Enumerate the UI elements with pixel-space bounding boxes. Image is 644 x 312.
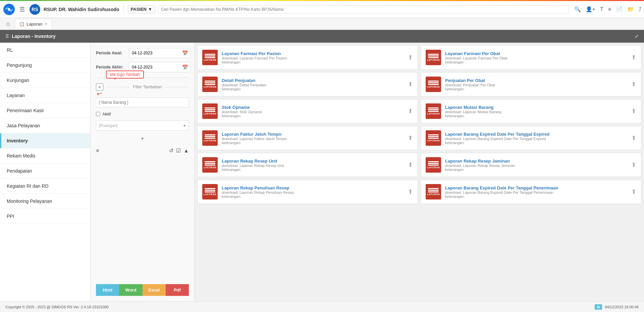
tab-close-button[interactable]: ✕: [45, 22, 48, 26]
list-icon[interactable]: ≡: [608, 6, 611, 12]
sidebar-item-pengunjung[interactable]: Pengunjung: [0, 58, 90, 73]
periode-awal-field[interactable]: [132, 51, 182, 55]
report-icon-10: LAPORAN: [202, 184, 218, 199]
report-title-1: Layanan Farmasi Per Obat: [445, 51, 627, 56]
report-title-8: Laporan Rekap Resep Unit: [222, 159, 404, 164]
calendar-icon-akhir[interactable]: 📅: [182, 64, 188, 70]
report-info-10: Laporan Rekap Penulisan Resep download: …: [222, 185, 404, 198]
periode-awal-input[interactable]: 📅: [129, 48, 191, 58]
report-download-button-3[interactable]: ⬆: [631, 81, 636, 88]
sidebar-item-kegiatan-ri-rd[interactable]: Kegiatan RI dan RD: [0, 179, 90, 194]
report-download-10: download: Laporan Rekap Penulisan Resep: [222, 190, 404, 194]
report-title-7: Laporan Barang Expired Date Per Tanggal …: [445, 132, 627, 137]
hospital-name: RSUP. DR. Wahidin Sudirohusodo: [44, 7, 119, 12]
report-download-button-2[interactable]: ⬆: [408, 81, 413, 88]
sidebar-label-pengunjung: Pengunjung: [7, 62, 32, 68]
folder-icon[interactable]: 📁: [627, 6, 634, 12]
report-info-1: Layanan Farmasi Per Obat download: Layan…: [445, 51, 627, 64]
search-box[interactable]: [158, 5, 569, 13]
report-card-11[interactable]: LAPORAN Laporan Barang Expired Date Per …: [421, 180, 641, 204]
report-download-button-11[interactable]: ⬆: [631, 188, 636, 195]
report-title-9: Laporan Rekap Resep Jaminan: [445, 159, 627, 164]
report-title-11: Laporan Barang Expired Date Per Tanggal …: [445, 185, 627, 190]
filter-tambahan-line2: [164, 87, 189, 87]
report-download-8: download: Laporan Rekap Resep Unit: [222, 164, 404, 168]
report-download-button-0[interactable]: ⬆: [408, 54, 413, 61]
report-download-button-1[interactable]: ⬆: [631, 54, 636, 61]
report-download-button-6[interactable]: ⬆: [408, 134, 413, 142]
report-card-8[interactable]: LAPORAN Laporan Rekap Resep Unit downloa…: [197, 153, 418, 177]
sidebar-item-jasa-pelayanan[interactable]: Jasa Pelayanan: [0, 118, 90, 133]
hamburger-menu-icon[interactable]: ☰: [18, 4, 26, 14]
sidebar-item-kunjungan[interactable]: Kunjungan: [0, 73, 90, 88]
logout-icon[interactable]: ⤴: [639, 6, 641, 12]
app-logo: [3, 3, 15, 16]
periode-akhir-field[interactable]: [132, 65, 182, 70]
report-download-button-7[interactable]: ⬆: [631, 134, 636, 142]
pasien-selector[interactable]: PASIEN ▼: [128, 5, 155, 13]
home-tab-button[interactable]: ⌂: [3, 18, 13, 29]
report-icon-3: LAPORAN: [426, 77, 441, 92]
report-card-7[interactable]: LAPORAN Laporan Barang Expired Date Per …: [421, 126, 641, 150]
icon-bar: [205, 190, 215, 191]
sidebar-item-rl[interactable]: RL: [0, 43, 90, 58]
export-excel-button[interactable]: Excel: [143, 284, 166, 296]
sidebar-item-layanan[interactable]: Layanan: [0, 88, 90, 103]
periode-awal-label: Periode Awal:: [96, 51, 126, 55]
filter-check-icon[interactable]: ☑: [176, 147, 181, 154]
report-card-4[interactable]: LAPORAN Stok Opname download: Stok Opnam…: [197, 99, 418, 123]
export-word-button[interactable]: Word: [119, 284, 142, 296]
icon-label: LAPORAN: [204, 113, 216, 115]
filter-actions: ≡ ↺ ☑ ▲: [96, 147, 189, 154]
icon-bar: [205, 138, 215, 139]
report-card-2[interactable]: LAPORAN Detail Penjualan download: Detai…: [197, 72, 418, 96]
report-keterangan-10: keterangan:: [222, 194, 404, 198]
sidebar-label-layanan: Layanan: [7, 93, 25, 98]
sidebar-item-monitoring-pelayanan[interactable]: Monitoring Pelayanan: [0, 194, 90, 209]
file-icon[interactable]: 📄: [616, 6, 623, 12]
report-download-button-10[interactable]: ⬆: [408, 188, 413, 195]
export-pdf-button[interactable]: Pdf: [166, 284, 189, 296]
sidebar-item-pendapatan[interactable]: Pendapatan: [0, 164, 90, 179]
report-info-2: Detail Penjualan download: Detail Penjua…: [222, 78, 404, 91]
report-card-0[interactable]: LAPORAN Layanan Farmasi Per Pasien downl…: [197, 45, 418, 70]
add-user-icon[interactable]: 👤+: [586, 6, 595, 12]
search-icon[interactable]: 🔍: [574, 6, 581, 12]
report-download-button-8[interactable]: ⬆: [408, 161, 413, 169]
sidebar-item-ppi[interactable]: PPI: [0, 209, 90, 224]
export-html-button[interactable]: Html: [96, 284, 119, 296]
periode-akhir-label: Periode Akhir:: [96, 65, 126, 70]
sidebar-label-rl: RL: [7, 47, 13, 53]
report-download-button-5[interactable]: ⬆: [631, 107, 636, 115]
filter-list-icon[interactable]: ≡: [96, 148, 99, 154]
sidebar-label-rekam-medis: Rekam Medis: [7, 153, 36, 159]
report-card-1[interactable]: LAPORAN Layanan Farmasi Per Obat downloa…: [421, 45, 641, 70]
report-card-5[interactable]: LAPORAN Laporan Mutasi Barang download: …: [421, 99, 641, 123]
icon-bar: [205, 57, 215, 58]
report-keterangan-3: keterangan:: [445, 87, 627, 91]
report-download-button-4[interactable]: ⬆: [408, 107, 413, 115]
report-card-9[interactable]: LAPORAN Laporan Rekap Resep Jaminan down…: [421, 153, 641, 177]
sidebar-item-rekam-medis[interactable]: Rekam Medis: [0, 148, 90, 164]
icon-bar: [428, 134, 439, 135]
nama-barang-input[interactable]: [96, 97, 189, 107]
report-card-10[interactable]: LAPORAN Laporan Rekap Penulisan Resep do…: [197, 180, 418, 204]
report-download-11: download: Laporan Barang Expired Date Pe…: [445, 190, 627, 194]
icon-bar: [428, 191, 439, 192]
search-input[interactable]: [161, 7, 566, 12]
report-card-3[interactable]: LAPORAN Penjualan Per Obat download: Pen…: [421, 72, 641, 96]
section-menu-icon[interactable]: ☰: [5, 34, 9, 39]
sidebar-item-inventory[interactable]: Inventory: [0, 133, 90, 148]
filter-reset-icon[interactable]: ↺: [169, 147, 173, 154]
section-expand-icon[interactable]: ⤢: [635, 34, 639, 39]
filter-up-icon[interactable]: ▲: [183, 148, 189, 154]
laporan-tab[interactable]: 📋 Laporan ✕: [15, 19, 52, 29]
aktif-checkbox[interactable]: [96, 112, 100, 116]
sidebar-item-penerimaan-kasir[interactable]: Penerimaan Kasir: [0, 103, 90, 118]
report-card-6[interactable]: LAPORAN Laporan Faktur Jatuh Tempo downl…: [197, 126, 418, 150]
report-keterangan-2: keterangan:: [222, 87, 404, 91]
text-icon[interactable]: T: [600, 6, 603, 12]
report-download-button-9[interactable]: ⬆: [631, 161, 636, 169]
calendar-icon-awal[interactable]: 📅: [182, 50, 188, 56]
ruangan-select[interactable]: [Ruangan]: [96, 121, 189, 131]
